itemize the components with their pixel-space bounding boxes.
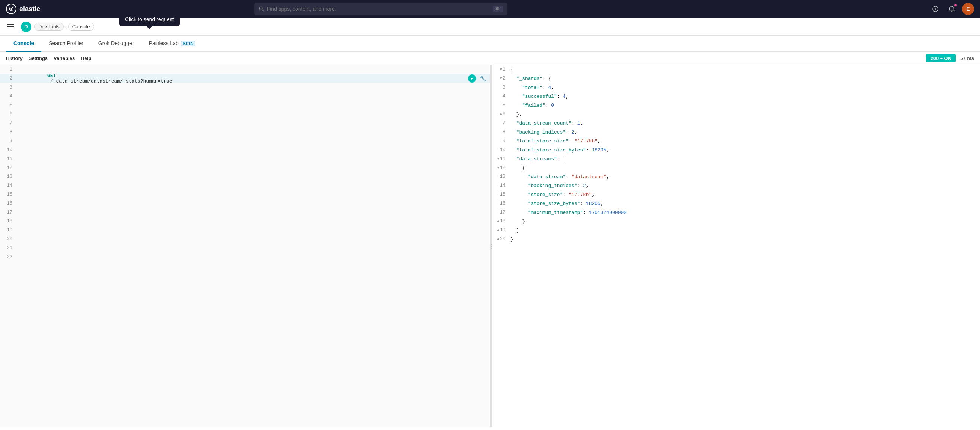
devtools-badge: D bbox=[21, 22, 31, 32]
wrench-button[interactable]: 🔧 bbox=[479, 75, 487, 83]
logo-text: elastic bbox=[19, 5, 40, 13]
request-path: /_data_stream/datastream/_stats?human=tr… bbox=[47, 78, 172, 84]
editor-line-15: 15 bbox=[0, 190, 490, 199]
svg-text:?: ? bbox=[935, 8, 936, 11]
editor-line-13: 13 bbox=[0, 172, 490, 181]
user-avatar[interactable]: E bbox=[962, 3, 974, 15]
breadcrumb-separator: › bbox=[65, 24, 67, 29]
editor-line-14: 14 bbox=[0, 181, 490, 190]
json-line-8: 8 "backing_indices": 2, bbox=[492, 128, 980, 136]
editor-line-10: 10 bbox=[0, 146, 490, 154]
tab-console[interactable]: Console bbox=[6, 36, 41, 52]
editor-line-12: 12 bbox=[0, 163, 490, 172]
history-button[interactable]: History bbox=[6, 54, 23, 62]
editor-line-9: 9 bbox=[0, 136, 490, 146]
notification-dot bbox=[954, 4, 957, 7]
editor-line-7: 7 bbox=[0, 119, 490, 128]
json-line-20: ▲ 20 } bbox=[492, 235, 980, 244]
response-pane: ▼ 1 { ▼ 2 "_shards": { 3 "total": 4, 4 "… bbox=[492, 65, 980, 427]
editor-pane: 1 2 GET /_data_stream/datastream/_stats?… bbox=[0, 65, 490, 427]
tab-painless-lab[interactable]: Painless LabBETA bbox=[142, 36, 203, 52]
json-line-15: 15 "store_size": "17.7kb", bbox=[492, 190, 980, 199]
elastic-logo: elastic bbox=[6, 4, 40, 14]
search-shortcut: ⌘/ bbox=[493, 6, 503, 12]
breadcrumb: Dev Tools › Console bbox=[34, 23, 94, 30]
tab-bar: Console Search Profiler Grok Debugger Pa… bbox=[0, 36, 980, 52]
editor-line-8: 8 bbox=[0, 128, 490, 136]
tab-grok-debugger[interactable]: Grok Debugger bbox=[91, 36, 142, 52]
code-editor[interactable]: 1 2 GET /_data_stream/datastream/_stats?… bbox=[0, 65, 490, 427]
tab-search-profiler[interactable]: Search Profiler bbox=[41, 36, 91, 52]
editor-line-22: 22 bbox=[0, 252, 490, 262]
json-line-18: ▲ 18 } bbox=[492, 217, 980, 226]
main-content: 1 2 GET /_data_stream/datastream/_stats?… bbox=[0, 65, 980, 427]
json-line-4: 4 "successful": 4, bbox=[492, 92, 980, 101]
run-button[interactable]: ▶ bbox=[468, 75, 476, 83]
editor-line-21: 21 bbox=[0, 244, 490, 252]
search-icon bbox=[259, 6, 264, 11]
svg-line-3 bbox=[262, 10, 263, 11]
global-search-bar[interactable]: ⌘/ bbox=[254, 3, 508, 15]
response-time: 57 ms bbox=[960, 56, 974, 61]
json-line-7: 7 "data_stream_count": 1, bbox=[492, 119, 980, 128]
json-line-14: 14 "backing_indices": 2, bbox=[492, 181, 980, 190]
json-line-11: ▼ 11 "data_streams": [ bbox=[492, 154, 980, 163]
json-line-19: ▲ 19 ] bbox=[492, 226, 980, 235]
beta-badge: BETA bbox=[181, 41, 195, 46]
hamburger-menu-button[interactable] bbox=[6, 21, 18, 33]
editor-line-18: 18 bbox=[0, 217, 490, 226]
editor-line-19: 19 bbox=[0, 226, 490, 235]
json-line-9: 9 "total_store_size": "17.7kb", bbox=[492, 136, 980, 146]
send-request-tooltip: Click to send request bbox=[119, 13, 180, 26]
json-line-1: ▼ 1 { bbox=[492, 65, 980, 74]
svg-point-1 bbox=[10, 8, 12, 10]
editor-line-17: 17 bbox=[0, 208, 490, 217]
nav-icons: ? E bbox=[929, 3, 974, 15]
json-line-17: 17 "maximum_timestamp": 1701324000000 bbox=[492, 208, 980, 217]
tooltip-container: Click to send request bbox=[119, 13, 180, 26]
editor-line-2: 2 GET /_data_stream/datastream/_stats?hu… bbox=[0, 74, 490, 83]
line-actions: ▶ 🔧 bbox=[468, 75, 490, 83]
json-line-13: 13 "data_stream": "datastream", bbox=[492, 172, 980, 181]
response-body[interactable]: ▼ 1 { ▼ 2 "_shards": { 3 "total": 4, 4 "… bbox=[492, 65, 980, 427]
http-method: GET bbox=[47, 73, 56, 78]
json-line-12: ▼ 12 { bbox=[492, 163, 980, 172]
editor-line-16: 16 bbox=[0, 199, 490, 208]
status-badge: 200 – OK bbox=[926, 54, 956, 62]
editor-line-11: 11 bbox=[0, 154, 490, 163]
breadcrumb-console[interactable]: Console bbox=[68, 23, 94, 30]
help-icon-btn[interactable]: ? bbox=[929, 3, 941, 15]
json-line-3: 3 "total": 4, bbox=[492, 83, 980, 92]
json-line-16: 16 "store_size_bytes": 18205, bbox=[492, 199, 980, 208]
breadcrumb-devtools[interactable]: Dev Tools bbox=[34, 23, 64, 30]
editor-line-5: 5 bbox=[0, 101, 490, 110]
json-line-10: 10 "total_store_size_bytes": 18205, bbox=[492, 146, 980, 154]
json-line-2: ▼ 2 "_shards": { bbox=[492, 74, 980, 83]
editor-line-4: 4 bbox=[0, 92, 490, 101]
json-line-6: ▲ 6 }, bbox=[492, 110, 980, 119]
help-button[interactable]: Help bbox=[81, 54, 91, 62]
logo-icon bbox=[6, 4, 16, 14]
notifications-icon-btn[interactable] bbox=[946, 3, 958, 15]
toolbar: History Settings Variables Help Click to… bbox=[0, 52, 980, 65]
settings-button[interactable]: Settings bbox=[29, 54, 48, 62]
variables-button[interactable]: Variables bbox=[54, 54, 75, 62]
editor-line-6: 6 bbox=[0, 110, 490, 119]
json-line-5: 5 "failed": 0 bbox=[492, 101, 980, 110]
editor-line-20: 20 bbox=[0, 235, 490, 244]
search-input[interactable] bbox=[267, 6, 490, 12]
